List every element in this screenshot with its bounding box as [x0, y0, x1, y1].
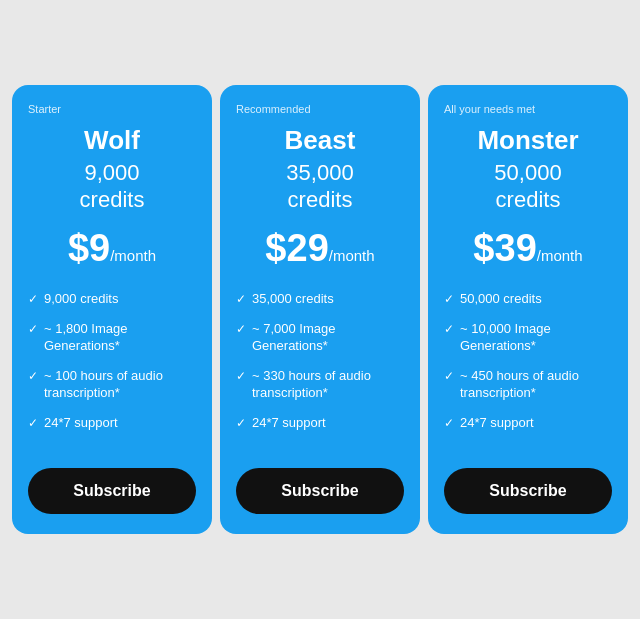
feature-text: 50,000 credits — [460, 290, 542, 308]
subscribe-button[interactable]: Subscribe — [236, 468, 404, 514]
plan-badge: Recommended — [236, 103, 404, 115]
feature-item: ✓ 9,000 credits — [28, 290, 196, 308]
feature-text: ~ 7,000 Image Generations* — [252, 320, 404, 355]
plan-per-month: /month — [537, 247, 583, 264]
feature-text: 9,000 credits — [44, 290, 118, 308]
feature-text: ~ 1,800 Image Generations* — [44, 320, 196, 355]
plan-price: $29/month — [236, 227, 404, 270]
feature-text: ~ 450 hours of audio transcription* — [460, 367, 612, 402]
feature-item: ✓ ~ 100 hours of audio transcription* — [28, 367, 196, 402]
plan-name: Beast — [236, 125, 404, 156]
feature-item: ✓ ~ 330 hours of audio transcription* — [236, 367, 404, 402]
plan-name: Wolf — [28, 125, 196, 156]
plan-price: $39/month — [444, 227, 612, 270]
plan-price-amount: $29 — [265, 227, 328, 269]
plan-features-list: ✓ 35,000 credits ✓ ~ 7,000 Image Generat… — [236, 290, 404, 443]
plan-card-monster: All your needs met Monster 50,000credits… — [428, 85, 628, 533]
feature-item: ✓ 35,000 credits — [236, 290, 404, 308]
feature-item: ✓ 24*7 support — [28, 414, 196, 432]
plan-name: Monster — [444, 125, 612, 156]
subscribe-button[interactable]: Subscribe — [28, 468, 196, 514]
plan-credits: 35,000credits — [236, 160, 404, 213]
feature-item: ✓ 24*7 support — [444, 414, 612, 432]
check-icon: ✓ — [236, 368, 246, 384]
plan-features-list: ✓ 50,000 credits ✓ ~ 10,000 Image Genera… — [444, 290, 612, 443]
feature-text: 24*7 support — [44, 414, 118, 432]
feature-item: ✓ ~ 450 hours of audio transcription* — [444, 367, 612, 402]
check-icon: ✓ — [28, 415, 38, 431]
plan-badge: Starter — [28, 103, 196, 115]
plan-card-beast: Recommended Beast 35,000credits $29/mont… — [220, 85, 420, 533]
feature-text: ~ 10,000 Image Generations* — [460, 320, 612, 355]
plan-features-list: ✓ 9,000 credits ✓ ~ 1,800 Image Generati… — [28, 290, 196, 443]
plan-price-amount: $9 — [68, 227, 110, 269]
check-icon: ✓ — [444, 415, 454, 431]
feature-item: ✓ ~ 1,800 Image Generations* — [28, 320, 196, 355]
check-icon: ✓ — [28, 321, 38, 337]
feature-text: 35,000 credits — [252, 290, 334, 308]
check-icon: ✓ — [236, 321, 246, 337]
feature-text: 24*7 support — [460, 414, 534, 432]
feature-text: 24*7 support — [252, 414, 326, 432]
feature-item: ✓ 24*7 support — [236, 414, 404, 432]
feature-item: ✓ ~ 10,000 Image Generations* — [444, 320, 612, 355]
check-icon: ✓ — [236, 415, 246, 431]
plan-credits: 9,000credits — [28, 160, 196, 213]
plan-credits: 50,000credits — [444, 160, 612, 213]
feature-text: ~ 100 hours of audio transcription* — [44, 367, 196, 402]
plan-badge: All your needs met — [444, 103, 612, 115]
plan-card-wolf: Starter Wolf 9,000credits $9/month ✓ 9,0… — [12, 85, 212, 533]
feature-item: ✓ 50,000 credits — [444, 290, 612, 308]
check-icon: ✓ — [444, 368, 454, 384]
subscribe-button[interactable]: Subscribe — [444, 468, 612, 514]
check-icon: ✓ — [236, 291, 246, 307]
feature-text: ~ 330 hours of audio transcription* — [252, 367, 404, 402]
plans-container: Starter Wolf 9,000credits $9/month ✓ 9,0… — [0, 73, 640, 545]
check-icon: ✓ — [444, 321, 454, 337]
check-icon: ✓ — [28, 368, 38, 384]
check-icon: ✓ — [28, 291, 38, 307]
plan-per-month: /month — [110, 247, 156, 264]
plan-price-amount: $39 — [473, 227, 536, 269]
feature-item: ✓ ~ 7,000 Image Generations* — [236, 320, 404, 355]
plan-price: $9/month — [28, 227, 196, 270]
plan-per-month: /month — [329, 247, 375, 264]
check-icon: ✓ — [444, 291, 454, 307]
